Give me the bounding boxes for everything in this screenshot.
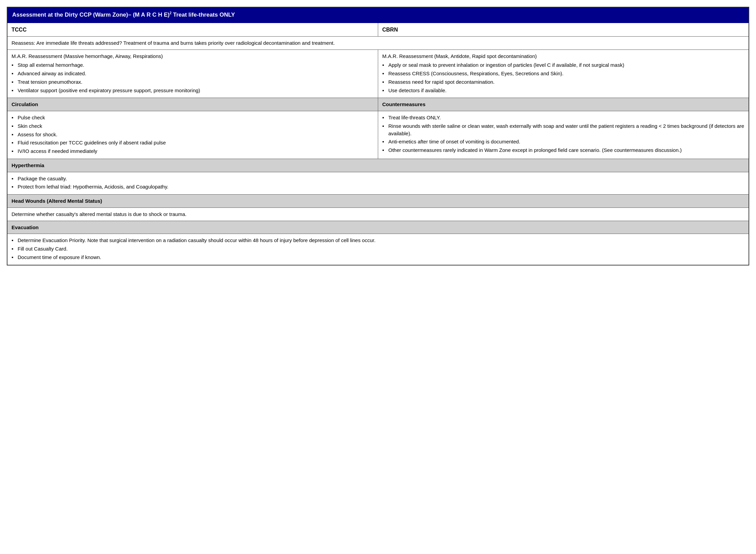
circulation-list: Pulse check Skin check Assess for shock.… bbox=[12, 114, 374, 155]
list-item: Skin check bbox=[12, 122, 374, 130]
list-item: IV/IO access if needed immediately bbox=[12, 147, 374, 155]
circulation-cell: Pulse check Skin check Assess for shock.… bbox=[7, 111, 378, 159]
list-item: Rinse wounds with sterile saline or clea… bbox=[382, 122, 744, 137]
circulation-countermeasures-row: Pulse check Skin check Assess for shock.… bbox=[7, 111, 749, 159]
mar-tccc-heading: M.A.R. Reassessment (Massive hemorrhage,… bbox=[12, 53, 374, 60]
list-item: Pulse check bbox=[12, 114, 374, 121]
hyperthermia-cell: Package the casualty. Protect from letha… bbox=[7, 172, 749, 195]
evacuation-cell: Determine Evacuation Priority. Note that… bbox=[7, 234, 749, 265]
evacuation-list: Determine Evacuation Priority. Note that… bbox=[12, 237, 744, 261]
countermeasures-header: Countermeasures bbox=[378, 98, 749, 111]
hyperthermia-list: Package the casualty. Protect from letha… bbox=[12, 175, 744, 191]
list-item: Anti-emetics after time of onset of vomi… bbox=[382, 138, 744, 145]
countermeasures-cell: Treat life-threats ONLY. Rinse wounds wi… bbox=[378, 111, 749, 159]
head-wounds-text: Determine whether casualty's altered men… bbox=[7, 207, 749, 221]
list-item: Ventilator support (positive end expirat… bbox=[12, 87, 374, 94]
main-table: Assessment at the Dirty CCP (Warm Zone)–… bbox=[7, 7, 749, 265]
title-text: Assessment at the Dirty CCP (Warm Zone)–… bbox=[12, 12, 169, 18]
list-item: Other countermeasures rarely indicated i… bbox=[382, 146, 744, 154]
table-title: Assessment at the Dirty CCP (Warm Zone)–… bbox=[7, 7, 749, 23]
list-item: Reassess CRESS (Consciousness, Respirati… bbox=[382, 70, 744, 77]
mar-cbrn-cell: M.A.R. Reassessment (Mask, Antidote, Rap… bbox=[378, 50, 749, 98]
list-item: Assess for shock. bbox=[12, 131, 374, 138]
list-item: Use detectors if available. bbox=[382, 87, 744, 94]
hyperthermia-header: Hyperthermia bbox=[7, 159, 749, 172]
list-item: Fluid resuscitation per TCCC guidelines … bbox=[12, 139, 374, 146]
hyperthermia-content-row: Package the casualty. Protect from letha… bbox=[7, 172, 749, 195]
head-wounds-header-row: Head Wounds (Altered Mental Status) bbox=[7, 195, 749, 208]
mar-cbrn-heading: M.A.R. Reassessment (Mask, Antidote, Rap… bbox=[382, 53, 744, 60]
evacuation-content-row: Determine Evacuation Priority. Note that… bbox=[7, 234, 749, 265]
hyperthermia-header-row: Hyperthermia bbox=[7, 159, 749, 172]
evacuation-header: Evacuation bbox=[7, 221, 749, 234]
countermeasures-list: Treat life-threats ONLY. Rinse wounds wi… bbox=[382, 114, 744, 154]
list-item: Document time of exposure if known. bbox=[12, 254, 744, 261]
list-item: Fill out Casualty Card. bbox=[12, 245, 744, 253]
mar-cbrn-list: Apply or seal mask to prevent inhalation… bbox=[382, 61, 744, 94]
head-wounds-content-row: Determine whether casualty's altered men… bbox=[7, 207, 749, 221]
mar-row: M.A.R. Reassessment (Massive hemorrhage,… bbox=[7, 50, 749, 98]
col-header-row: TCCC CBRN bbox=[7, 23, 749, 36]
cbrn-col-header: CBRN bbox=[378, 23, 749, 36]
list-item: Treat tension pneumothorax. bbox=[12, 78, 374, 86]
title-suffix: Treat life-threats ONLY bbox=[171, 12, 235, 18]
list-item: Stop all external hemorrhage. bbox=[12, 61, 374, 69]
list-item: Package the casualty. bbox=[12, 175, 744, 182]
list-item: Reassess need for rapid spot decontamina… bbox=[382, 78, 744, 86]
list-item: Protect from lethal triad: Hypothermia, … bbox=[12, 183, 744, 191]
circulation-countermeasures-header-row: Circulation Countermeasures bbox=[7, 98, 749, 111]
title-row: Assessment at the Dirty CCP (Warm Zone)–… bbox=[7, 7, 749, 23]
list-item: Advanced airway as indicated. bbox=[12, 70, 374, 77]
circulation-header: Circulation bbox=[7, 98, 378, 111]
list-item: Treat life-threats ONLY. bbox=[382, 114, 744, 121]
head-wounds-header: Head Wounds (Altered Mental Status) bbox=[7, 195, 749, 208]
reassess-text: Reassess: Are immediate life threats add… bbox=[7, 36, 749, 50]
mar-tccc-list: Stop all external hemorrhage. Advanced a… bbox=[12, 61, 374, 94]
mar-tccc-cell: M.A.R. Reassessment (Massive hemorrhage,… bbox=[7, 50, 378, 98]
evacuation-header-row: Evacuation bbox=[7, 221, 749, 234]
tccc-col-header: TCCC bbox=[7, 23, 378, 36]
list-item: Determine Evacuation Priority. Note that… bbox=[12, 237, 744, 244]
reassess-row: Reassess: Are immediate life threats add… bbox=[7, 36, 749, 50]
list-item: Apply or seal mask to prevent inhalation… bbox=[382, 61, 744, 69]
